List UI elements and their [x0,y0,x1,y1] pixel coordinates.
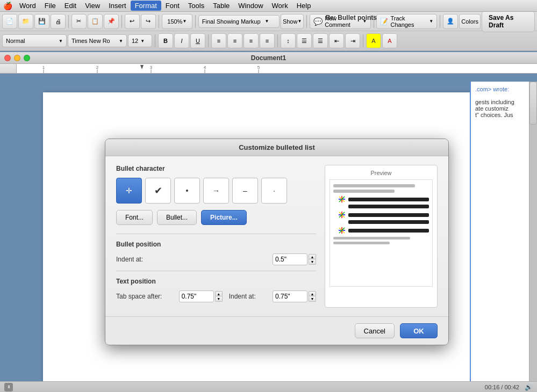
bullet-symbol: • [186,186,189,195]
print-button[interactable]: 🖨 [51,14,66,29]
tab-space-input[interactable] [179,291,214,302]
dialog-main-layout: Bullet character ✛ ✔ • → [116,165,438,308]
close-button[interactable] [4,55,11,61]
font-button[interactable]: Font... [116,210,153,225]
menu-edit[interactable]: Edit [60,1,81,11]
menu-bar: 🍎 Word File Edit View Insert Format Font… [0,0,537,12]
svg-text:5: 5 [257,65,260,70]
text-indent-input[interactable] [273,291,307,302]
new-button[interactable]: 📄 [2,14,17,29]
track-changes-button[interactable]: 📝 Track Changes ▼ [376,14,437,29]
format-style-dropdown[interactable]: Normal ▼ [2,34,67,47]
preview-bullet-3 [339,227,429,234]
crosshair-symbol: ✛ [126,186,132,195]
preview-line-1 [333,184,415,187]
zoom-dropdown[interactable]: 150% ▼ [162,14,192,29]
bullet-char-arrow[interactable]: → [203,178,229,204]
bullet-button[interactable]: Bullet... [157,210,197,225]
text-indent-down[interactable]: ▼ [309,296,316,302]
bullets-button[interactable]: ☰ [297,33,312,48]
email-line-1: .com> wrote: [475,86,525,92]
arrow-symbol: → [212,186,220,195]
colors-button[interactable]: Colors [459,14,481,29]
menu-work[interactable]: Work [268,1,292,11]
bullet-indent-input[interactable] [273,253,307,265]
document-title: Document1 [251,54,286,62]
scrollbar-right[interactable] [529,82,537,381]
menu-insert[interactable]: Insert [104,1,131,11]
undo-button[interactable]: ↩ [125,14,140,29]
highlight-button[interactable]: A [366,33,381,48]
italic-button[interactable]: I [174,33,189,48]
markup-dropdown[interactable]: Final Showing Markup ▼ [198,15,280,28]
minimize-button[interactable] [14,55,20,61]
menu-help[interactable]: Help [292,1,316,11]
apple-menu[interactable]: 🍎 [2,0,13,12]
bullet-char-check[interactable]: ✔ [145,178,171,204]
size-arrow-icon: ▼ [140,39,145,43]
bullet-char-dash[interactable]: – [232,178,258,204]
ok-button[interactable]: OK [400,323,438,338]
bold-button[interactable]: B [158,33,173,48]
menu-window[interactable]: Window [234,1,267,11]
scrollbar-thumb[interactable] [529,82,537,125]
decrease-indent-button[interactable]: ⇤ [329,33,344,48]
numbering-button[interactable]: ☰ [313,33,328,48]
menu-word[interactable]: Word [15,1,40,11]
preview-column: Preview [325,165,438,308]
text-indent-up[interactable]: ▲ [309,291,316,296]
align-center-button[interactable]: ≡ [227,33,242,48]
sep2 [121,15,122,28]
save-button[interactable]: 💾 [34,14,49,29]
preview-bottom-line-1 [333,237,410,239]
picture-button[interactable]: Picture... [201,210,247,225]
tab-space-down[interactable]: ▼ [215,296,223,302]
preview-area [330,179,433,287]
save-as-draft-button[interactable]: Save As Draft [482,11,535,32]
font-size-dropdown[interactable]: 12 ▼ [128,34,152,47]
preview-bullet-2 [339,212,429,218]
cut-button[interactable]: ✂ [71,14,87,29]
maximize-button[interactable] [24,55,30,61]
bullet-indent-up[interactable]: ▲ [309,254,316,259]
volume-icon[interactable]: 🔊 [525,383,533,391]
copy-button[interactable]: 📋 [88,14,103,29]
menu-file[interactable]: File [40,1,60,11]
play-button[interactable]: ⏸ [4,383,13,391]
increase-indent-button[interactable]: ⇥ [345,33,360,48]
redo-button[interactable]: ↪ [141,14,156,29]
align-left-button[interactable]: ≡ [211,33,226,48]
menu-view[interactable]: View [81,1,104,11]
accept-button[interactable]: 👤 [443,14,458,29]
menu-tools[interactable]: Tools [184,1,209,11]
bullet-char-bullet[interactable]: • [174,178,200,204]
customize-bulleted-list-dialog[interactable]: Customize bulleted list Bullet character… [105,139,449,345]
preview-bottom-line-2 [333,242,390,244]
justify-button[interactable]: ≡ [260,33,275,48]
cancel-button[interactable]: Cancel [355,323,395,338]
line-spacing-button[interactable]: ↕ [281,33,296,48]
preview-bullet-1 [339,196,429,202]
font-dropdown[interactable]: Times New Ro ▼ [68,34,127,47]
open-button[interactable]: 📁 [18,14,33,29]
font-color-button[interactable]: A [382,33,397,48]
style-arrow-icon: ▼ [59,39,63,43]
preview-bullet-2b [348,220,429,224]
menu-format[interactable]: Format [131,1,161,11]
align-right-button[interactable]: ≡ [244,33,259,48]
preview-bullet-icon-1 [339,196,345,202]
dialog-title: Customize bulleted list [105,139,448,156]
underline-button[interactable]: U [190,33,205,48]
menu-table[interactable]: Table [209,1,234,11]
show-button[interactable]: Show ▼ [281,14,304,29]
re-badge: Re: Bullet points [321,12,381,24]
bullet-char-crosshair[interactable]: ✛ [116,178,142,204]
bullet-indent-down[interactable]: ▼ [309,259,316,265]
toolbar-row1: 📄 📁 💾 🖨 ✂ 📋 📌 ↩ ↪ 150% ▼ Final Showing M… [0,12,537,31]
bullet-char-dot[interactable]: · [261,178,287,204]
paste-button[interactable]: 📌 [104,14,119,29]
email-preview: .com> wrote: gests including ate customi… [470,82,529,381]
tab-space-up[interactable]: ▲ [215,291,223,296]
toolbar-row2: Normal ▼ Times New Ro ▼ 12 ▼ B I U ≡ ≡ ≡… [0,31,537,50]
menu-font[interactable]: Font [161,1,184,11]
